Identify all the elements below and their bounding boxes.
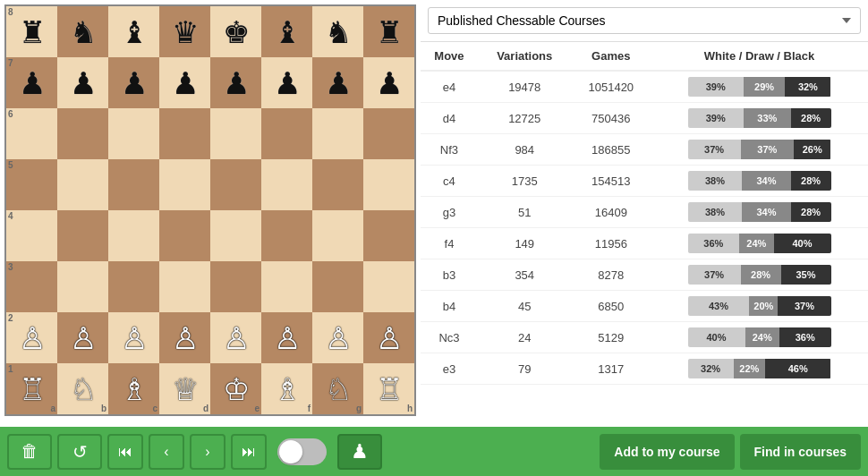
col-variations: Variations — [478, 42, 572, 71]
course-dropdown[interactable]: Published Chessable Courses All Courses … — [428, 7, 861, 34]
refresh-button[interactable]: ↺ — [57, 434, 102, 470]
square-d2[interactable]: ♙ — [159, 312, 210, 363]
square-e1[interactable]: e♔ — [210, 363, 261, 414]
table-row[interactable]: d41272575043639%33%28% — [421, 103, 868, 134]
next-button[interactable]: › — [190, 434, 226, 470]
square-f3[interactable] — [261, 261, 312, 312]
cell-move: f4 — [421, 228, 478, 259]
table-row[interactable]: g3511640938%34%28% — [421, 197, 868, 228]
end-button[interactable]: ⏭ — [231, 434, 267, 470]
square-a6[interactable]: 6 — [6, 108, 57, 159]
table-row[interactable]: e379131732%22%46% — [421, 353, 868, 385]
square-h5[interactable] — [363, 159, 414, 210]
square-g8[interactable]: ♞ — [312, 6, 363, 57]
square-g7[interactable]: ♟ — [312, 57, 363, 108]
square-e7[interactable]: ♟ — [210, 57, 261, 108]
square-h8[interactable]: ♜ — [363, 6, 414, 57]
piece: ♖ — [376, 374, 403, 404]
square-e2[interactable]: ♙ — [210, 312, 261, 363]
square-d5[interactable] — [159, 159, 210, 210]
square-a4[interactable]: 4 — [6, 210, 57, 261]
start-button[interactable]: ⏮ — [107, 434, 143, 470]
bar-white: 38% — [688, 202, 743, 222]
moves-table-container[interactable]: Move Variations Games White / Draw / Bla… — [421, 42, 868, 427]
cell-variations: 51 — [478, 197, 572, 228]
square-c4[interactable] — [108, 210, 159, 261]
square-c8[interactable]: ♝ — [108, 6, 159, 57]
piece: ♙ — [172, 323, 199, 353]
square-b5[interactable] — [57, 159, 108, 210]
add-to-course-button[interactable]: Add to my course — [600, 434, 734, 470]
square-f2[interactable]: ♙ — [261, 312, 312, 363]
square-e4[interactable] — [210, 210, 261, 261]
square-g1[interactable]: g♘ — [312, 363, 363, 414]
square-e6[interactable] — [210, 108, 261, 159]
square-g6[interactable] — [312, 108, 363, 159]
square-g2[interactable]: ♙ — [312, 312, 363, 363]
square-a7[interactable]: 7♟ — [6, 57, 57, 108]
square-f1[interactable]: f♗ — [261, 363, 312, 414]
square-e5[interactable] — [210, 159, 261, 210]
square-c1[interactable]: c♗ — [108, 363, 159, 414]
find-in-courses-button[interactable]: Find in courses — [740, 434, 861, 470]
bar-black: 28% — [791, 171, 831, 191]
square-f7[interactable]: ♟ — [261, 57, 312, 108]
square-c6[interactable] — [108, 108, 159, 159]
square-d6[interactable] — [159, 108, 210, 159]
square-a8[interactable]: 8♜ — [6, 6, 57, 57]
table-row[interactable]: b3354827837%28%35% — [421, 259, 868, 291]
square-f6[interactable] — [261, 108, 312, 159]
square-h1[interactable]: h♖ — [363, 363, 414, 414]
cell-games: 11956 — [572, 228, 651, 259]
square-g4[interactable] — [312, 210, 363, 261]
square-f5[interactable] — [261, 159, 312, 210]
square-c2[interactable]: ♙ — [108, 312, 159, 363]
square-a3[interactable]: 3 — [6, 261, 57, 312]
table-row[interactable]: e419478105142039%29%32% — [421, 71, 868, 103]
delete-button[interactable]: 🗑 — [7, 434, 52, 470]
square-d4[interactable] — [159, 210, 210, 261]
table-row[interactable]: b445685043%20%37% — [421, 291, 868, 322]
file-label-c: c — [152, 404, 157, 413]
piece: ♔ — [223, 374, 250, 404]
table-row[interactable]: c4173515451338%34%28% — [421, 166, 868, 197]
square-g3[interactable] — [312, 261, 363, 312]
chess-board[interactable]: 8♜♞♝♛♚♝♞♜7♟♟♟♟♟♟♟♟65432♙♙♙♙♙♙♙♙1a♖b♘c♗d♕… — [4, 4, 416, 416]
square-f8[interactable]: ♝ — [261, 6, 312, 57]
square-a5[interactable]: 5 — [6, 159, 57, 210]
square-d1[interactable]: d♕ — [159, 363, 210, 414]
square-h6[interactable] — [363, 108, 414, 159]
square-c3[interactable] — [108, 261, 159, 312]
square-b7[interactable]: ♟ — [57, 57, 108, 108]
square-g5[interactable] — [312, 159, 363, 210]
table-row[interactable]: Nc324512940%24%36% — [421, 322, 868, 353]
square-c5[interactable] — [108, 159, 159, 210]
square-b6[interactable] — [57, 108, 108, 159]
square-e3[interactable] — [210, 261, 261, 312]
square-a2[interactable]: 2♙ — [6, 312, 57, 363]
analysis-button[interactable]: ♟ — [337, 434, 382, 470]
square-b8[interactable]: ♞ — [57, 6, 108, 57]
square-d7[interactable]: ♟ — [159, 57, 210, 108]
table-row[interactable]: f41491195636%24%40% — [421, 228, 868, 259]
square-a1[interactable]: 1a♖ — [6, 363, 57, 414]
prev-button[interactable]: ‹ — [149, 434, 184, 470]
square-b4[interactable] — [57, 210, 108, 261]
square-c7[interactable]: ♟ — [108, 57, 159, 108]
piece: ♗ — [274, 374, 301, 404]
square-h7[interactable]: ♟ — [363, 57, 414, 108]
cell-variations: 354 — [478, 259, 572, 291]
square-e8[interactable]: ♚ — [210, 6, 261, 57]
table-row[interactable]: Nf398418685537%37%26% — [421, 134, 868, 166]
square-h2[interactable]: ♙ — [363, 312, 414, 363]
square-h4[interactable] — [363, 210, 414, 261]
square-b1[interactable]: b♘ — [57, 363, 108, 414]
toggle-button[interactable] — [277, 438, 327, 465]
square-h3[interactable] — [363, 261, 414, 312]
square-b3[interactable] — [57, 261, 108, 312]
square-d8[interactable]: ♛ — [159, 6, 210, 57]
square-f4[interactable] — [261, 210, 312, 261]
square-d3[interactable] — [159, 261, 210, 312]
square-b2[interactable]: ♙ — [57, 312, 108, 363]
bar-draw: 29% — [744, 77, 785, 97]
